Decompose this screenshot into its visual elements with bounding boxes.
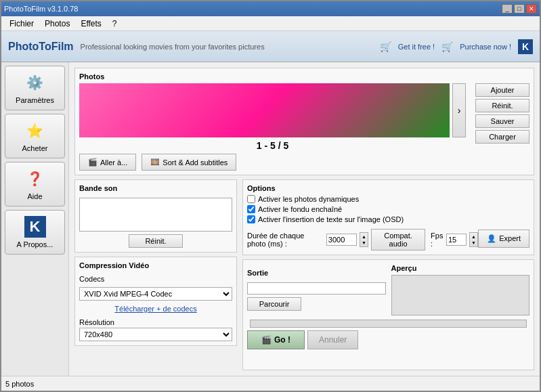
sortie-section: Sortie Parcourir Aperçu xyxy=(242,259,534,370)
progress-bar xyxy=(250,320,527,328)
star-icon: ⭐ xyxy=(24,120,46,141)
bande-reinit-button[interactable]: Réinit. xyxy=(129,234,183,248)
cart-icon-purchase: 🛒 xyxy=(441,41,453,52)
window-title: PhotoToFilm v3.1.0.78 xyxy=(4,5,502,13)
left-column: Bande son Réinit. Compression Vidéo Code… xyxy=(74,179,237,370)
bande-son-label: Bande son xyxy=(79,184,232,192)
sidebar-label-parametres: Paramètres xyxy=(16,96,54,104)
option-label-3: Activer l'insertion de texte sur l'image… xyxy=(258,215,404,223)
duration-spinner[interactable]: ▲▼ xyxy=(360,232,368,247)
aller-icon: 🎬 xyxy=(88,158,98,167)
get-free-link[interactable]: Get it free ! xyxy=(398,43,435,51)
bande-son-section: Bande son Réinit. xyxy=(74,179,237,253)
sidebar: ⚙️ Paramètres ⭐ Acheter ❓ Aide K A Propo… xyxy=(1,62,69,376)
ajouter-button[interactable]: Ajouter xyxy=(475,83,529,97)
compression-label: Compression Vidéo xyxy=(79,261,232,269)
resolution-section: Résolution 720x480 xyxy=(79,318,232,341)
sidebar-item-apropos[interactable]: K A Propos... xyxy=(5,210,65,255)
window-controls: _ □ ✕ xyxy=(502,4,537,14)
help-icon: ❓ xyxy=(24,168,46,190)
sidebar-label-aide: Aide xyxy=(27,192,42,200)
photos-next-button[interactable]: › xyxy=(452,83,466,137)
charger-button[interactable]: Charger xyxy=(475,130,529,144)
aller-label: Aller à... xyxy=(100,158,127,167)
fps-label: Fps : xyxy=(431,232,443,248)
sidebar-item-aide[interactable]: ❓ Aide xyxy=(5,162,65,206)
duration-input[interactable] xyxy=(326,234,357,246)
codecs-label: Codecs xyxy=(79,275,232,283)
fps-input[interactable] xyxy=(446,234,467,246)
maximize-button[interactable]: □ xyxy=(514,4,525,14)
main-window: PhotoToFilm v3.1.0.78 _ □ ✕ Fichier Phot… xyxy=(0,0,541,392)
app-brand-icon: K xyxy=(518,39,533,54)
purchase-link[interactable]: Purchase now ! xyxy=(460,43,511,51)
sort-button[interactable]: 🎞️ Sort & Add subtitles xyxy=(142,154,236,171)
fps-spinner[interactable]: ▲▼ xyxy=(469,232,478,247)
cart-icon-get: 🛒 xyxy=(380,41,391,52)
menu-help[interactable]: ? xyxy=(107,18,123,30)
title-bar: PhotoToFilm v3.1.0.78 _ □ ✕ xyxy=(1,1,540,16)
resolution-label: Résolution xyxy=(79,318,232,326)
gear-icon: ⚙️ xyxy=(24,72,46,93)
menu-fichier[interactable]: Fichier xyxy=(4,18,39,30)
app-logo: PhotoToFilm xyxy=(8,41,74,53)
app-tagline: Professional looking movies from your fa… xyxy=(81,43,380,51)
photos-section: Photos › 1 - xyxy=(74,68,534,175)
minimize-button[interactable]: _ xyxy=(502,4,513,14)
menu-effets[interactable]: Effets xyxy=(75,18,106,30)
photos-label: Photos xyxy=(79,72,529,81)
menu-photos[interactable]: Photos xyxy=(39,18,75,30)
photos-thumbnails xyxy=(79,83,450,137)
content-area: Photos › 1 - xyxy=(69,62,540,376)
close-button[interactable]: ✕ xyxy=(526,4,537,14)
sidebar-item-parametres[interactable]: ⚙️ Paramètres xyxy=(5,66,65,110)
reinit-button[interactable]: Réinit. xyxy=(475,99,529,112)
options-section: Options Activer les photos dynamiques Ac… xyxy=(242,179,534,255)
sidebar-label-apropos: A Propos... xyxy=(17,240,53,248)
k-icon: K xyxy=(24,216,46,238)
go-button[interactable]: 🎬 Go ! xyxy=(247,330,305,349)
sauver-button[interactable]: Sauver xyxy=(475,114,529,128)
photo-thumb-1[interactable] xyxy=(79,83,450,137)
option-label-1: Activer les photos dynamiques xyxy=(258,195,359,203)
option-label-2: Activer le fondu enchaîné xyxy=(258,205,342,213)
option-checkbox-2[interactable] xyxy=(247,205,255,213)
option-checkbox-1[interactable] xyxy=(247,195,255,203)
codecs-select[interactable]: XVID Xvid MPEG-4 Codec xyxy=(79,287,232,301)
photos-action-buttons: Ajouter Réinit. Sauver Charger xyxy=(475,83,529,144)
expert-button[interactable]: 👤 Expert xyxy=(478,230,529,248)
duration-label: Durée de chaque photo (ms) : xyxy=(247,232,324,248)
apercu-label: Aperçu xyxy=(391,264,530,272)
compression-section: Compression Vidéo Codecs XVID Xvid MPEG-… xyxy=(74,257,237,346)
bottom-actions: 🎬 Go ! Annuler xyxy=(247,330,529,349)
main-content: ⚙️ Paramètres ⭐ Acheter ❓ Aide K A Propo… xyxy=(1,62,540,376)
annuler-button[interactable]: Annuler xyxy=(307,330,358,349)
header: PhotoToFilm Professional looking movies … xyxy=(1,31,540,62)
aller-button[interactable]: 🎬 Aller à... xyxy=(79,154,136,171)
sortie-input[interactable] xyxy=(247,282,386,295)
go-icon: 🎬 xyxy=(261,335,272,345)
expert-icon: 👤 xyxy=(487,234,496,243)
go-label: Go ! xyxy=(274,335,290,345)
menu-bar: Fichier Photos Effets ? xyxy=(1,16,540,31)
photos-count: 1 - 5 / 5 xyxy=(79,140,466,151)
duration-row: Durée de chaque photo (ms) : ▲▼ Compat. … xyxy=(247,229,478,251)
header-links: 🛒 Get it free ! 🛒 Purchase now ! K xyxy=(380,39,533,54)
sidebar-item-acheter[interactable]: ⭐ Acheter xyxy=(5,114,65,158)
compat-audio-button[interactable]: Compat. audio xyxy=(371,229,425,251)
option-checkbox-3[interactable] xyxy=(247,215,255,223)
option-row-3: Activer l'insertion de texte sur l'image… xyxy=(247,215,529,223)
audio-list[interactable] xyxy=(79,198,232,232)
two-column-layout: Bande son Réinit. Compression Vidéo Code… xyxy=(74,179,534,370)
apercu-preview xyxy=(391,275,530,315)
telecharger-link[interactable]: Télécharger + de codecs xyxy=(79,305,232,313)
sortie-label: Sortie xyxy=(247,269,386,277)
resolution-select[interactable]: 720x480 xyxy=(79,328,232,341)
expert-label: Expert xyxy=(499,234,521,242)
status-bar: 5 photos xyxy=(1,376,540,391)
parcourir-button[interactable]: Parcourir xyxy=(247,297,301,311)
right-column: Options Activer les photos dynamiques Ac… xyxy=(242,179,534,370)
option-row-2: Activer le fondu enchaîné xyxy=(247,205,529,213)
options-label: Options xyxy=(247,184,529,192)
option-row-1: Activer les photos dynamiques xyxy=(247,195,529,203)
